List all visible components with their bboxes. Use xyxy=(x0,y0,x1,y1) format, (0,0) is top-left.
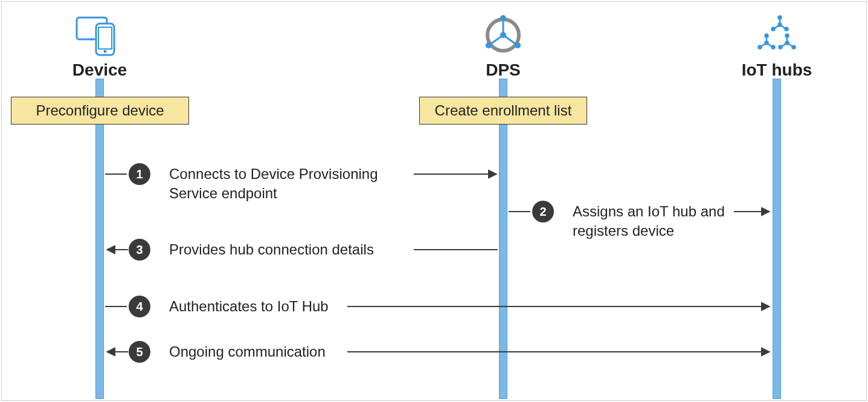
diagram-frame xyxy=(1,1,867,401)
svg-point-26 xyxy=(779,45,782,48)
step-2-text: Assigns an IoT hub and registers device xyxy=(573,202,730,241)
svg-point-19 xyxy=(759,45,762,48)
svg-point-12 xyxy=(515,42,521,48)
svg-point-31 xyxy=(779,16,782,19)
step-2-badge: 2 xyxy=(532,201,554,222)
setup-device-box: Preconfigure device xyxy=(11,97,189,125)
step-4-badge: 4 xyxy=(129,296,150,317)
lifeline-device xyxy=(95,79,104,399)
hubs-icon xyxy=(750,12,804,57)
svg-point-32 xyxy=(785,27,788,30)
svg-point-25 xyxy=(792,45,796,48)
step-1-badge: 1 xyxy=(129,163,150,185)
svg-point-30 xyxy=(779,23,782,26)
lane-device-heading: Device xyxy=(72,60,127,80)
lifeline-dps xyxy=(499,79,507,399)
step-5-badge: 5 xyxy=(129,341,150,363)
dps-icon xyxy=(476,12,530,57)
step-3-badge: 3 xyxy=(129,239,150,261)
svg-point-4 xyxy=(104,50,107,53)
svg-point-23 xyxy=(786,41,789,44)
svg-point-10 xyxy=(500,15,506,21)
lane-hubs-heading: IoT hubs xyxy=(742,60,812,80)
svg-point-9 xyxy=(500,32,506,38)
step-4-text: Authenticates to IoT Hub xyxy=(169,297,329,316)
step-1-text: Connects to Device Provisioning Service … xyxy=(169,164,411,204)
svg-point-33 xyxy=(772,27,775,30)
lifeline-hubs xyxy=(773,79,781,399)
svg-point-11 xyxy=(486,42,492,48)
setup-dps-box: Create enrollment list xyxy=(419,97,587,125)
svg-point-24 xyxy=(786,34,789,37)
svg-point-16 xyxy=(765,41,768,44)
devices-icon xyxy=(72,12,127,57)
step-5-text: Ongoing communication xyxy=(169,342,326,361)
step-3-text: Provides hub connection details xyxy=(169,240,374,259)
svg-point-1 xyxy=(91,38,93,41)
svg-point-18 xyxy=(772,45,775,48)
lane-dps-heading: DPS xyxy=(486,60,521,80)
svg-point-17 xyxy=(765,34,768,37)
